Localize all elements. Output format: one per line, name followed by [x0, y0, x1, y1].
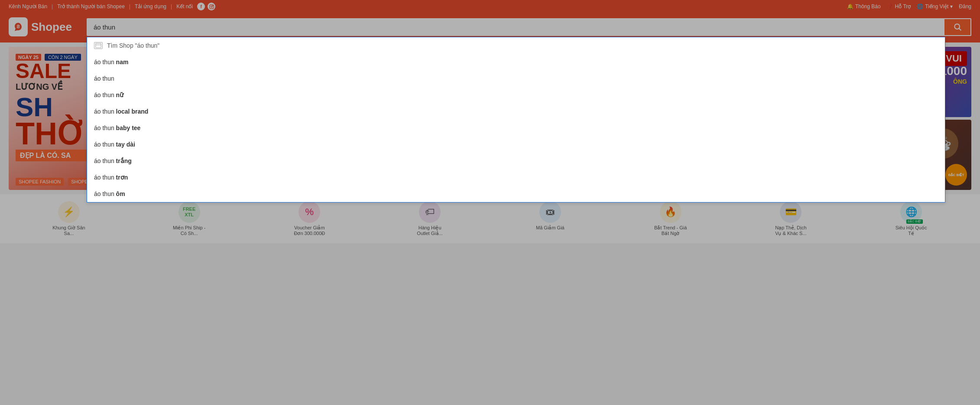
dropdown-item-ao-thun-baby-tee[interactable]: áo thun baby tee — [87, 120, 945, 136]
dropdown-text: áo thun — [94, 75, 114, 82]
dropdown-item-ao-thun-local-brand[interactable]: áo thun local brand — [87, 103, 945, 120]
dropdown-item-shop-search[interactable]: Tìm Shop "áo thun" — [87, 37, 945, 54]
dropdown-text: áo thun nam — [94, 59, 128, 65]
dropdown-item-ao-thun-nam[interactable]: áo thun nam — [87, 54, 945, 70]
dropdown-shop-label: Tìm Shop "áo thun" — [107, 42, 159, 49]
dropdown-text: áo thun baby tee — [94, 124, 140, 131]
svg-rect-6 — [96, 43, 101, 48]
search-dropdown: Tìm Shop "áo thun" áo thun nam áo thun á… — [87, 37, 945, 202]
dropdown-item-ao-thun-trang[interactable]: áo thun trắng — [87, 153, 945, 169]
dropdown-text: áo thun ôm — [94, 190, 125, 197]
dropdown-text: áo thun local brand — [94, 108, 148, 115]
dropdown-text: áo thun trắng — [94, 157, 132, 164]
dropdown-text: áo thun tay dài — [94, 141, 135, 148]
shop-search-icon — [94, 42, 103, 49]
dropdown-item-ao-thun-tron[interactable]: áo thun trơn — [87, 169, 945, 186]
dropdown-text: áo thun trơn — [94, 174, 128, 181]
dropdown-item-ao-thun-tay-dai[interactable]: áo thun tay dài — [87, 136, 945, 153]
dropdown-item-ao-thun-om[interactable]: áo thun ôm — [87, 186, 945, 202]
dropdown-item-ao-thun[interactable]: áo thun — [87, 70, 945, 87]
dropdown-item-ao-thun-nu[interactable]: áo thun nữ — [87, 87, 945, 103]
dropdown-text: áo thun nữ — [94, 91, 123, 98]
